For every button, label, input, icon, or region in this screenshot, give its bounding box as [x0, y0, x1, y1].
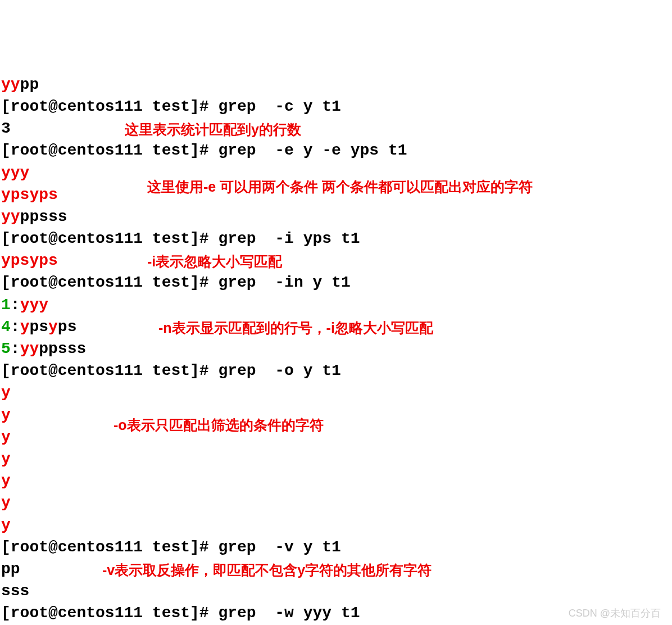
terminal-line: 1:yyy [1, 294, 671, 316]
terminal-line: y [1, 492, 671, 514]
text-segment: yy [20, 340, 39, 357]
text-segment: pp [20, 76, 39, 93]
text-segment: [root@centos111 test]# grep -e y -e yps … [1, 142, 407, 159]
text-segment: pp [1, 560, 20, 578]
annotation-text: -v表示取反操作，即匹配不包含y字符的其他所有字符 [102, 560, 432, 580]
terminal-line: yypp [1, 74, 671, 96]
text-segment: yyy [20, 296, 48, 314]
text-segment: y [1, 406, 11, 424]
text-segment: [root@centos111 test]# grep -in y t1 [1, 274, 351, 291]
terminal-line: sss [1, 580, 671, 602]
text-segment: 4 [1, 318, 11, 336]
text-segment: [root@centos111 test]# grep -c y t1 [1, 98, 341, 115]
terminal-line: [root@centos111 test]# grep -e y -e yps … [1, 139, 671, 161]
annotation-text: -i表示忽略大小写匹配 [147, 252, 282, 271]
terminal-line: 3这里表示统计匹配到y的行数 [1, 117, 671, 139]
terminal-line: 4:ypsyps-n表示显示匹配到的行号，-i忽略大小写匹配 [1, 316, 671, 338]
text-segment: sss [1, 582, 29, 600]
terminal-line: y-o表示只匹配出筛选的条件的字符 [1, 404, 671, 426]
text-segment: yyy [1, 164, 29, 182]
terminal-line: y [1, 448, 671, 470]
text-segment: ppsss [39, 340, 86, 357]
text-segment: y [1, 450, 11, 468]
annotation-text: 这里表示统计匹配到y的行数 [125, 120, 301, 139]
terminal-line: y [1, 514, 671, 536]
text-segment: yy [1, 208, 20, 225]
watermark: CSDN @未知百分百 [569, 606, 661, 621]
text-segment: [root@centos111 test]# grep -i yps t1 [1, 230, 360, 247]
text-segment: y [1, 428, 11, 446]
terminal-line: ypsyps-i表示忽略大小写匹配 [1, 250, 671, 271]
text-segment: ps [29, 318, 48, 336]
terminal-line: y [1, 426, 671, 448]
text-segment: ppsss [20, 208, 67, 225]
terminal-line: [root@centos111 test]# grep -c y t1 [1, 96, 671, 117]
text-segment: [root@centos111 test]# grep -v y t1 [1, 538, 341, 556]
text-segment: y [1, 494, 11, 511]
text-segment: y [1, 472, 11, 490]
terminal-line: yyppsss [1, 206, 671, 228]
terminal-line: y [1, 470, 671, 492]
text-segment: y [1, 517, 11, 534]
text-segment: yy [1, 76, 20, 93]
terminal-line: pp-v表示取反操作，即匹配不包含y字符的其他所有字符 [1, 558, 671, 580]
text-segment: 5 [1, 340, 11, 357]
text-segment: [root@centos111 test]# grep -w yyy t1 [1, 604, 360, 622]
terminal-line: y [1, 382, 671, 404]
text-segment: y [48, 318, 58, 336]
annotation-text: 这里使用-e 可以用两个条件 两个条件都可以匹配出对应的字符 [147, 177, 533, 197]
text-segment: : [11, 296, 20, 314]
text-segment: : [11, 318, 20, 336]
text-segment: 1 [1, 296, 11, 314]
text-segment: : [11, 340, 20, 357]
terminal-line: 5:yyppsss [1, 338, 671, 360]
terminal-line: [root@centos111 test]# grep -v y t1 [1, 536, 671, 558]
text-segment: y [20, 318, 30, 336]
terminal-output: yypp[root@centos111 test]# grep -c y t13… [1, 74, 671, 625]
text-segment: 3 [1, 120, 11, 137]
terminal-line: [root@centos111 test]# grep -i yps t1 [1, 228, 671, 250]
text-segment: ps [58, 318, 77, 336]
terminal-line: [root@centos111 test]# grep -in y t1 [1, 271, 671, 293]
text-segment: ypsyps [1, 252, 58, 269]
terminal-line: [root@centos111 test]# grep -o y t1 [1, 360, 671, 382]
terminal-line: ypsyps这里使用-e 可以用两个条件 两个条件都可以匹配出对应的字符 [1, 184, 671, 206]
annotation-text: -n表示显示匹配到的行号，-i忽略大小写匹配 [158, 318, 433, 338]
text-segment: [root@centos111 test]# grep -o y t1 [1, 362, 341, 379]
text-segment: ypsyps [1, 186, 58, 203]
text-segment: y [1, 384, 11, 401]
